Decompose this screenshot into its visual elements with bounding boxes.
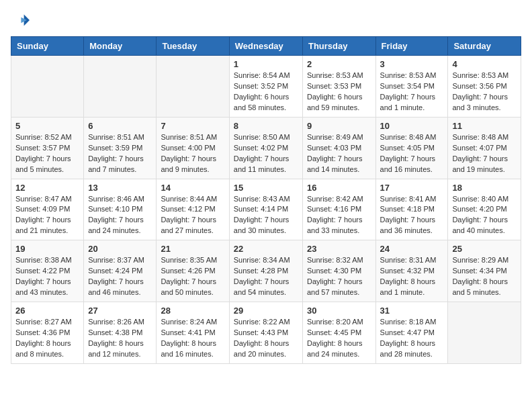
day-info: Sunrise: 8:49 AM Sunset: 4:03 PM Dayligh… — [307, 132, 371, 175]
day-number: 24 — [380, 244, 444, 254]
day-number: 5 — [15, 121, 79, 131]
calendar-cell: 29Sunrise: 8:22 AM Sunset: 4:43 PM Dayli… — [229, 302, 302, 364]
calendar-cell — [157, 56, 229, 118]
day-info: Sunrise: 8:22 AM Sunset: 4:43 PM Dayligh… — [234, 317, 298, 360]
day-info: Sunrise: 8:48 AM Sunset: 4:05 PM Dayligh… — [380, 132, 444, 175]
weekday-header-saturday: Saturday — [448, 37, 521, 56]
calendar-week-4: 19Sunrise: 8:38 AM Sunset: 4:22 PM Dayli… — [11, 240, 521, 302]
day-info: Sunrise: 8:47 AM Sunset: 4:09 PM Dayligh… — [15, 194, 79, 237]
calendar-week-5: 26Sunrise: 8:27 AM Sunset: 4:36 PM Dayli… — [11, 302, 521, 364]
header — [11, 11, 521, 30]
calendar-cell: 30Sunrise: 8:20 AM Sunset: 4:45 PM Dayli… — [302, 302, 375, 364]
day-number: 25 — [452, 244, 517, 254]
calendar-cell: 20Sunrise: 8:37 AM Sunset: 4:24 PM Dayli… — [84, 240, 157, 302]
day-info: Sunrise: 8:18 AM Sunset: 4:47 PM Dayligh… — [380, 317, 444, 360]
day-number: 23 — [307, 244, 371, 254]
weekday-header-friday: Friday — [375, 37, 448, 56]
calendar-cell: 31Sunrise: 8:18 AM Sunset: 4:47 PM Dayli… — [375, 302, 448, 364]
day-info: Sunrise: 8:29 AM Sunset: 4:34 PM Dayligh… — [452, 255, 517, 298]
calendar-cell: 1Sunrise: 8:54 AM Sunset: 3:52 PM Daylig… — [229, 56, 302, 118]
calendar-cell — [84, 56, 157, 118]
day-number: 10 — [380, 121, 444, 131]
calendar-cell: 9Sunrise: 8:49 AM Sunset: 4:03 PM Daylig… — [302, 117, 375, 179]
day-info: Sunrise: 8:38 AM Sunset: 4:22 PM Dayligh… — [15, 255, 79, 298]
calendar-cell — [448, 302, 521, 364]
weekday-header-wednesday: Wednesday — [229, 37, 302, 56]
calendar-cell: 18Sunrise: 8:40 AM Sunset: 4:20 PM Dayli… — [448, 179, 521, 240]
day-number: 1 — [234, 59, 298, 69]
day-info: Sunrise: 8:31 AM Sunset: 4:32 PM Dayligh… — [380, 255, 444, 298]
day-info: Sunrise: 8:54 AM Sunset: 3:52 PM Dayligh… — [234, 71, 298, 113]
calendar-cell: 8Sunrise: 8:50 AM Sunset: 4:02 PM Daylig… — [229, 117, 302, 179]
day-info: Sunrise: 8:32 AM Sunset: 4:30 PM Dayligh… — [307, 255, 371, 298]
calendar-week-1: 1Sunrise: 8:54 AM Sunset: 3:52 PM Daylig… — [11, 56, 521, 118]
day-info: Sunrise: 8:27 AM Sunset: 4:36 PM Dayligh… — [15, 317, 79, 360]
calendar-cell: 26Sunrise: 8:27 AM Sunset: 4:36 PM Dayli… — [11, 302, 84, 364]
calendar-cell: 17Sunrise: 8:41 AM Sunset: 4:18 PM Dayli… — [375, 179, 448, 240]
day-number: 12 — [15, 183, 79, 193]
calendar-cell: 6Sunrise: 8:51 AM Sunset: 3:59 PM Daylig… — [84, 117, 157, 179]
calendar-cell: 19Sunrise: 8:38 AM Sunset: 4:22 PM Dayli… — [11, 240, 84, 302]
calendar: SundayMondayTuesdayWednesdayThursdayFrid… — [11, 36, 521, 364]
calendar-cell: 13Sunrise: 8:46 AM Sunset: 4:10 PM Dayli… — [84, 179, 157, 240]
calendar-cell: 12Sunrise: 8:47 AM Sunset: 4:09 PM Dayli… — [11, 179, 84, 240]
day-info: Sunrise: 8:53 AM Sunset: 3:54 PM Dayligh… — [380, 71, 444, 113]
day-number: 11 — [452, 121, 517, 131]
calendar-body: 1Sunrise: 8:54 AM Sunset: 3:52 PM Daylig… — [11, 56, 521, 364]
day-number: 13 — [88, 183, 152, 193]
calendar-cell: 7Sunrise: 8:51 AM Sunset: 4:00 PM Daylig… — [157, 117, 229, 179]
calendar-week-3: 12Sunrise: 8:47 AM Sunset: 4:09 PM Dayli… — [11, 179, 521, 240]
day-number: 19 — [15, 244, 79, 254]
day-number: 20 — [88, 244, 152, 254]
weekday-header-thursday: Thursday — [302, 37, 375, 56]
day-info: Sunrise: 8:51 AM Sunset: 4:00 PM Dayligh… — [161, 132, 224, 175]
day-number: 3 — [380, 59, 444, 69]
day-info: Sunrise: 8:53 AM Sunset: 3:53 PM Dayligh… — [307, 71, 371, 113]
day-number: 26 — [15, 306, 79, 316]
calendar-cell: 16Sunrise: 8:42 AM Sunset: 4:16 PM Dayli… — [302, 179, 375, 240]
logo-icon — [11, 11, 30, 30]
calendar-cell: 4Sunrise: 8:53 AM Sunset: 3:56 PM Daylig… — [448, 56, 521, 118]
day-number: 16 — [307, 183, 371, 193]
calendar-cell: 15Sunrise: 8:43 AM Sunset: 4:14 PM Dayli… — [229, 179, 302, 240]
day-number: 15 — [234, 183, 298, 193]
weekday-header-monday: Monday — [84, 37, 157, 56]
day-info: Sunrise: 8:42 AM Sunset: 4:16 PM Dayligh… — [307, 194, 371, 237]
calendar-cell: 28Sunrise: 8:24 AM Sunset: 4:41 PM Dayli… — [157, 302, 229, 364]
day-number: 4 — [452, 59, 517, 69]
calendar-cell — [11, 56, 84, 118]
day-info: Sunrise: 8:51 AM Sunset: 3:59 PM Dayligh… — [88, 132, 152, 175]
day-info: Sunrise: 8:37 AM Sunset: 4:24 PM Dayligh… — [88, 255, 152, 298]
day-number: 8 — [234, 121, 298, 131]
day-number: 27 — [88, 306, 152, 316]
day-number: 22 — [234, 244, 298, 254]
day-info: Sunrise: 8:40 AM Sunset: 4:20 PM Dayligh… — [452, 194, 517, 237]
day-number: 18 — [452, 183, 517, 193]
day-number: 9 — [307, 121, 371, 131]
day-info: Sunrise: 8:34 AM Sunset: 4:28 PM Dayligh… — [234, 255, 298, 298]
day-number: 14 — [161, 183, 224, 193]
calendar-cell: 22Sunrise: 8:34 AM Sunset: 4:28 PM Dayli… — [229, 240, 302, 302]
day-info: Sunrise: 8:48 AM Sunset: 4:07 PM Dayligh… — [452, 132, 517, 175]
day-number: 6 — [88, 121, 152, 131]
day-info: Sunrise: 8:35 AM Sunset: 4:26 PM Dayligh… — [161, 255, 224, 298]
day-number: 7 — [161, 121, 224, 131]
day-info: Sunrise: 8:26 AM Sunset: 4:38 PM Dayligh… — [88, 317, 152, 360]
day-info: Sunrise: 8:41 AM Sunset: 4:18 PM Dayligh… — [380, 194, 444, 237]
calendar-cell: 5Sunrise: 8:52 AM Sunset: 3:57 PM Daylig… — [11, 117, 84, 179]
calendar-cell: 25Sunrise: 8:29 AM Sunset: 4:34 PM Dayli… — [448, 240, 521, 302]
day-info: Sunrise: 8:50 AM Sunset: 4:02 PM Dayligh… — [234, 132, 298, 175]
day-info: Sunrise: 8:52 AM Sunset: 3:57 PM Dayligh… — [15, 132, 79, 175]
logo — [11, 11, 32, 30]
day-info: Sunrise: 8:46 AM Sunset: 4:10 PM Dayligh… — [88, 194, 152, 237]
calendar-cell: 23Sunrise: 8:32 AM Sunset: 4:30 PM Dayli… — [302, 240, 375, 302]
day-number: 28 — [161, 306, 224, 316]
day-number: 17 — [380, 183, 444, 193]
calendar-cell: 2Sunrise: 8:53 AM Sunset: 3:53 PM Daylig… — [302, 56, 375, 118]
day-info: Sunrise: 8:53 AM Sunset: 3:56 PM Dayligh… — [452, 71, 517, 113]
day-number: 31 — [380, 306, 444, 316]
day-info: Sunrise: 8:24 AM Sunset: 4:41 PM Dayligh… — [161, 317, 224, 360]
calendar-cell: 24Sunrise: 8:31 AM Sunset: 4:32 PM Dayli… — [375, 240, 448, 302]
calendar-week-2: 5Sunrise: 8:52 AM Sunset: 3:57 PM Daylig… — [11, 117, 521, 179]
day-number: 30 — [307, 306, 371, 316]
